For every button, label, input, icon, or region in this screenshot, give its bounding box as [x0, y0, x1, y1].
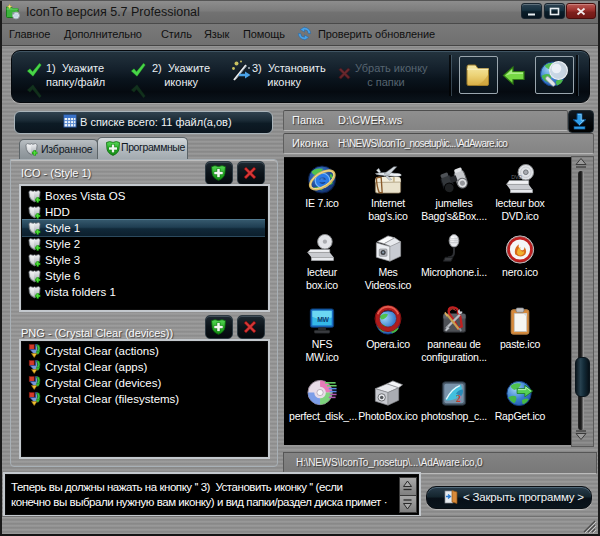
- svg-text:MW: MW: [317, 316, 329, 323]
- svg-text:2: 2: [456, 393, 461, 404]
- svg-text:DVD: DVD: [511, 174, 522, 180]
